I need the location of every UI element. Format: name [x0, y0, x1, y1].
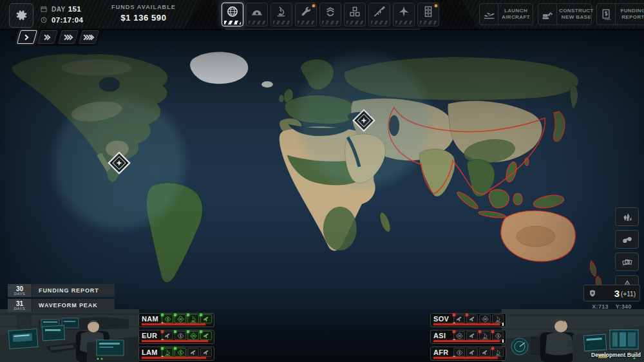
- tab-hatch-mark: [298, 21, 314, 24]
- chip-science[interactable]: ★: [162, 348, 173, 357]
- tab-geoscape[interactable]: [222, 3, 243, 26]
- chip-weapon[interactable]: ★: [453, 314, 465, 323]
- microscope-icon: [275, 5, 288, 18]
- chip-science[interactable]: [492, 314, 504, 323]
- chevron-icon: [65, 34, 72, 41]
- tab-engineering[interactable]: [295, 3, 317, 26]
- region-eur[interactable]: EUR★: [138, 330, 214, 344]
- speed-2-button[interactable]: [37, 30, 58, 44]
- relations-bar: [142, 357, 211, 359]
- tool-recon-button[interactable]: [615, 230, 639, 249]
- tab-bases[interactable]: [246, 3, 268, 26]
- tab-aircraft[interactable]: [393, 3, 415, 26]
- chip-weapon[interactable]: ★: [162, 331, 173, 340]
- tab-stores[interactable]: [344, 3, 366, 26]
- relations-bar: [433, 357, 503, 359]
- chip-funding[interactable]: ★: [162, 314, 173, 323]
- chip-weapon[interactable]: [187, 348, 199, 357]
- notification-dot: [435, 5, 437, 7]
- funding-report-button[interactable]: FUNDING REPORT: [596, 3, 644, 25]
- coord-x: X:713: [592, 303, 609, 310]
- chip-funding[interactable]: ★: [453, 348, 465, 357]
- chip-funding[interactable]: [175, 331, 186, 340]
- chip-weapon[interactable]: [466, 331, 478, 340]
- chip-weapon[interactable]: [479, 348, 491, 357]
- notification-dot: [312, 5, 315, 7]
- weapon-icon: [481, 348, 489, 357]
- tab-armory[interactable]: [368, 3, 390, 26]
- chip-funding[interactable]: [492, 331, 504, 340]
- chip-intel[interactable]: [175, 314, 186, 323]
- chip-science[interactable]: [479, 331, 491, 340]
- science-icon: [189, 315, 198, 323]
- region-code: ASI: [433, 332, 453, 339]
- chip-intel[interactable]: ★: [453, 331, 465, 340]
- chip-weapon[interactable]: [200, 314, 212, 323]
- region-code: AFR: [433, 348, 453, 356]
- excavator-icon: [541, 8, 554, 21]
- map-tools: [615, 207, 639, 294]
- status-dot: [187, 330, 189, 333]
- region-code: EUR: [142, 332, 162, 339]
- chip-weapon[interactable]: [466, 314, 478, 323]
- status-dot: [491, 330, 494, 333]
- status-dot: [174, 330, 176, 333]
- tab-archives[interactable]: [417, 3, 439, 26]
- chip-science[interactable]: [187, 314, 199, 323]
- speed-3-button[interactable]: [58, 30, 79, 44]
- madagascar: [378, 211, 392, 233]
- tab-personnel[interactable]: [319, 3, 341, 26]
- event-row-funding-report[interactable]: 30DAYSFUNDING REPORT: [8, 284, 115, 297]
- top-bar: LAUNCH AIRCRAFTCONSTRUCT NEW BASEFUNDING…: [0, 0, 644, 30]
- action-label: LAUNCH AIRCRAFT: [498, 4, 533, 24]
- funding-icon: [164, 315, 172, 323]
- weapon-icon: [468, 348, 477, 357]
- region-sov[interactable]: SOV★: [430, 313, 506, 327]
- speed-1-button[interactable]: [17, 30, 37, 44]
- tab-hatch-mark: [273, 21, 290, 24]
- chip-weapon[interactable]: [466, 348, 478, 357]
- region-afr[interactable]: AFR★: [430, 347, 506, 361]
- region-asi[interactable]: ASI★: [430, 330, 506, 344]
- tab-research[interactable]: [270, 3, 292, 26]
- settings-button[interactable]: [9, 3, 33, 28]
- chip-science[interactable]: [492, 348, 504, 357]
- tool-resources-button[interactable]: [615, 207, 639, 226]
- chevron-icon: [84, 34, 94, 41]
- chip-funding[interactable]: [175, 348, 186, 357]
- funding-icon: [176, 348, 185, 357]
- event-label: FUNDING REPORT: [32, 284, 115, 297]
- region-lam[interactable]: LAM★: [138, 347, 214, 361]
- relations-bar: [142, 323, 211, 325]
- weapon-icon: [468, 332, 477, 340]
- speed-4-button[interactable]: [79, 30, 99, 44]
- globe-icon: [226, 5, 239, 18]
- region-nam[interactable]: NAM★: [138, 313, 214, 327]
- build-label: Development Build: [591, 352, 641, 358]
- squad-counter[interactable]: 3 (+11): [583, 285, 640, 301]
- chevron-icon: [26, 34, 28, 41]
- bar-marker: [502, 339, 504, 343]
- chip-intel[interactable]: [479, 314, 491, 323]
- status-dot: [453, 330, 455, 333]
- chip-intel[interactable]: [187, 331, 199, 340]
- time-value: 07:17:04: [52, 16, 83, 24]
- status-dot: [466, 314, 468, 316]
- day-value: 151: [68, 5, 81, 13]
- shield-plus-icon: [588, 288, 597, 299]
- event-row-waveform-peak[interactable]: 31DAYSWAVEFORM PEAK: [8, 299, 115, 312]
- event-days: 30: [16, 286, 23, 292]
- binoculars-icon: [621, 234, 633, 245]
- chip-weapon[interactable]: [200, 348, 212, 357]
- event-unit: DAYS: [14, 292, 26, 296]
- weapon-icon: [202, 348, 211, 357]
- status-dot: [161, 347, 164, 350]
- chip-weapon[interactable]: [200, 331, 212, 340]
- tab-hatch-mark: [371, 21, 388, 24]
- status-dot: [200, 314, 202, 316]
- weapon-icon: [202, 332, 211, 340]
- launch-aircraft-button[interactable]: LAUNCH AIRCRAFT: [479, 3, 533, 25]
- construct-new-base-button[interactable]: CONSTRUCT NEW BASE: [538, 3, 592, 25]
- tool-finance-button[interactable]: [615, 252, 639, 271]
- upcoming-events: 30DAYSFUNDING REPORT31DAYSWAVEFORM PEAK: [8, 284, 115, 314]
